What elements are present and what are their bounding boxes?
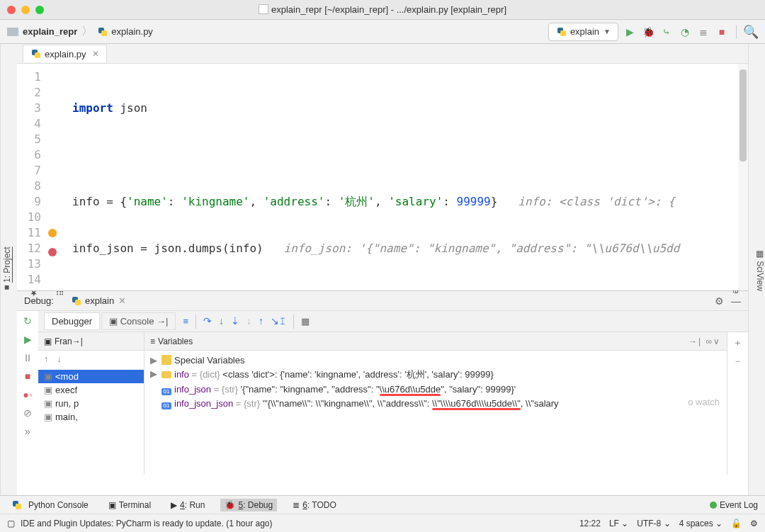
- status-icon[interactable]: ▢: [7, 519, 15, 528]
- breakpoint-icon[interactable]: [48, 248, 57, 256]
- editor-tab-explain[interactable]: explain.py ✕: [23, 45, 107, 62]
- vars-right-toolbar: ＋ －: [727, 332, 748, 475]
- debug-session-tab[interactable]: explain✕: [65, 294, 132, 308]
- bottom-tool-bar: Python Console ▣Terminal ▶4: Run 🐞5: Deb…: [0, 495, 765, 514]
- python-file-icon: [11, 499, 23, 511]
- var-row-info[interactable]: ▶info = {dict} <class 'dict'>: {'name': …: [144, 367, 727, 383]
- breadcrumb-file[interactable]: explain.py: [97, 26, 153, 38]
- run-tool-button[interactable]: ▶4: Run: [166, 499, 209, 511]
- add-watch-icon[interactable]: ＋: [733, 336, 742, 349]
- encoding-selector[interactable]: UTF-8 ⌄: [637, 519, 670, 528]
- main-area: ■ 1: Project ★ 2: Favorites ⠿ 7: Structu…: [0, 44, 765, 495]
- editor-column: explain.py ✕ 1234567891011121314 import …: [17, 44, 748, 495]
- editor[interactable]: 1234567891011121314 import json info = {…: [17, 64, 748, 290]
- status-bar: ▢ IDE and Plugin Updates: PyCharm is rea…: [0, 514, 765, 532]
- todo-tool-button[interactable]: ≣6: TODO: [288, 499, 341, 511]
- debug-tool-button[interactable]: 🐞5: Debug: [220, 499, 277, 511]
- sidebar-sciview-button[interactable]: ▦ SciView: [755, 249, 765, 291]
- attach-button[interactable]: ≣: [696, 25, 710, 39]
- chevron-down-icon: ▼: [604, 28, 611, 35]
- variables-panel: ≡Variables→| ∞∨ ▶Special Variables ▶info…: [144, 332, 727, 475]
- readonly-lock-icon[interactable]: 🔓: [731, 519, 742, 528]
- debugger-tab[interactable]: Debugger: [44, 312, 100, 330]
- cursor-position[interactable]: 12:22: [579, 519, 601, 528]
- mute-bp-icon[interactable]: ⊘: [21, 406, 35, 420]
- resume-icon[interactable]: ▶: [21, 332, 35, 346]
- frame-item[interactable]: ▣main,: [38, 410, 144, 424]
- line-ending-selector[interactable]: LF ⌄: [609, 519, 628, 528]
- highlighted-escape: \\"\\\\u676d\\\\u5dde\\": [432, 398, 521, 409]
- run-button[interactable]: ▶: [623, 25, 637, 39]
- run-config-selector[interactable]: explain▼: [548, 23, 618, 41]
- breadcrumb-sep-icon: 〉: [81, 24, 93, 39]
- python-file-icon: [71, 295, 82, 307]
- breadcrumb-bar: explain_repr 〉 explain.py explain▼ ▶ 🐞 ⤷…: [0, 20, 765, 44]
- frames-panel: ▣Fran →| ↑↓ ▣<mod ▣execf ▣run, p ▣main,: [38, 332, 144, 475]
- code-content[interactable]: import json info = {'name': 'kingname', …: [60, 64, 748, 290]
- python-file-icon: [556, 26, 567, 38]
- breakpoints-icon[interactable]: ●◦: [21, 387, 35, 402]
- right-tool-strip: ▦ SciView 🛢 Database: [748, 44, 765, 495]
- indent-selector[interactable]: 4 spaces ⌄: [679, 519, 722, 528]
- var-row-info-json-json[interactable]: 01info_json_json = {str} '"{\\"name\\": …: [144, 397, 727, 411]
- highlighted-escape: \\u676d\\u5dde: [380, 384, 441, 395]
- remove-watch-icon[interactable]: －: [733, 355, 742, 368]
- execution-point-icon: [48, 229, 57, 237]
- step-over-icon[interactable]: ↷: [203, 315, 212, 327]
- var-row-info-json[interactable]: 01info_json = {str} '{"name": "kingname"…: [144, 383, 727, 397]
- debug-button[interactable]: 🐞: [641, 25, 655, 39]
- coverage-button[interactable]: ⤷: [659, 25, 674, 39]
- line-gutter: 1234567891011121314: [17, 64, 45, 290]
- sidebar-project-button[interactable]: ■ 1: Project: [1, 244, 13, 295]
- debug-panel: Debug: explain✕ ⚙ — ↻ ▶ ⏸ ■ ●◦ ⊘ »: [17, 290, 748, 475]
- breadcrumb-project[interactable]: explain_repr: [7, 26, 77, 37]
- search-everywhere-button[interactable]: 🔍: [744, 25, 758, 39]
- breakpoint-gutter[interactable]: [45, 64, 60, 290]
- left-tool-strip: ■ 1: Project ★ 2: Favorites ⠿ 7: Structu…: [0, 44, 17, 495]
- stop-button[interactable]: ■: [715, 25, 729, 39]
- python-file-icon: [30, 48, 42, 60]
- special-vars-row[interactable]: ▶Special Variables: [144, 353, 727, 367]
- debug-minimize-icon[interactable]: —: [731, 295, 741, 307]
- frame-item[interactable]: ▣run, p: [38, 397, 144, 410]
- debug-settings-icon[interactable]: ⚙: [715, 295, 724, 307]
- more-icon[interactable]: »: [21, 424, 35, 438]
- rerun-icon[interactable]: ↻: [21, 314, 35, 328]
- close-icon[interactable]: ✕: [118, 295, 126, 306]
- force-step-into-icon[interactable]: ⇣: [231, 315, 239, 327]
- watch-hint-text: o watch: [688, 397, 720, 407]
- frame-item[interactable]: ▣<mod: [38, 370, 144, 383]
- frame-item[interactable]: ▣execf: [38, 383, 144, 397]
- window-title: explain_repr [~/explain_repr] - .../expl…: [0, 4, 765, 15]
- folder-icon: [7, 28, 18, 36]
- profile-button[interactable]: ◔: [678, 25, 692, 39]
- ide-settings-icon[interactable]: ⚙: [750, 519, 758, 528]
- debug-left-toolbar: ↻ ▶ ⏸ ■ ●◦ ⊘ »: [17, 311, 38, 475]
- pause-icon[interactable]: ⏸: [21, 351, 35, 365]
- step-out-icon[interactable]: ↑: [259, 315, 264, 327]
- python-console-button[interactable]: Python Console: [7, 498, 93, 512]
- smart-step-icon[interactable]: ↓: [246, 315, 251, 327]
- event-indicator-icon: [710, 502, 717, 509]
- stop-debug-icon[interactable]: ■: [21, 369, 35, 383]
- close-tab-icon[interactable]: ✕: [92, 49, 99, 59]
- frame-nav[interactable]: ↑↓: [38, 351, 144, 367]
- console-tab[interactable]: ▣ Console →|: [101, 312, 176, 330]
- editor-tab-bar: explain.py ✕: [17, 44, 748, 64]
- status-message[interactable]: IDE and Plugin Updates: PyCharm is ready…: [21, 519, 273, 528]
- python-file-icon: [97, 26, 108, 38]
- evaluate-icon[interactable]: ▦: [301, 316, 310, 327]
- layout-icon[interactable]: ≡: [183, 316, 188, 327]
- terminal-button[interactable]: ▣Terminal: [104, 499, 155, 511]
- run-to-cursor-icon[interactable]: ↘𝙸: [271, 315, 286, 327]
- window-titlebar: explain_repr [~/explain_repr] - .../expl…: [0, 0, 765, 20]
- event-log-button[interactable]: Event Log: [720, 500, 758, 510]
- step-into-icon[interactable]: ↓: [219, 315, 224, 327]
